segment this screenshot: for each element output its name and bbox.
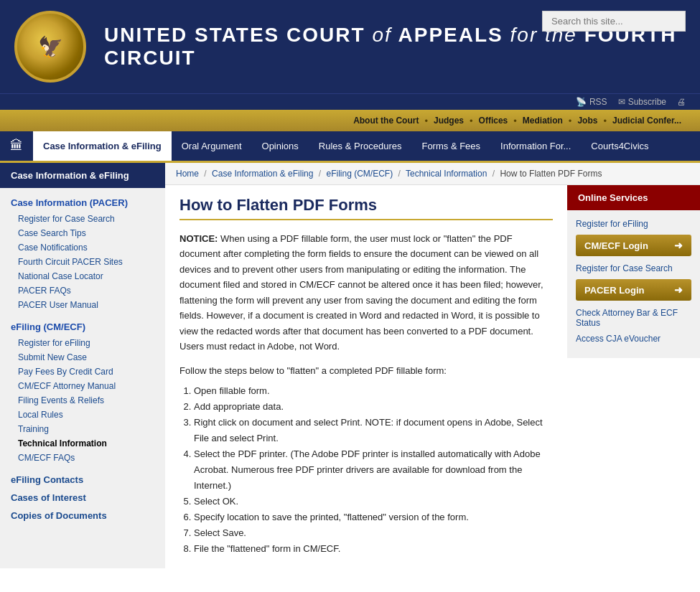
center-right: Home / Case Information & eFiling / eFil… — [165, 163, 700, 568]
sidebar-link-cases-interest[interactable]: Cases of Interest — [0, 489, 165, 507]
top-nav-offices[interactable]: Offices — [475, 113, 513, 128]
steps-list: Open fillable form. Add appropriate data… — [179, 383, 553, 558]
sidebar-link-pacer-sites[interactable]: Fourth Circuit PACER Sites — [0, 255, 165, 269]
step-8: File the "flattened" form in CM/ECF. — [194, 541, 553, 557]
step-3: Right click on document and select Print… — [194, 415, 553, 446]
page-title: How to Flatten PDF Forms — [179, 196, 553, 215]
sidebar-link-pay-fees[interactable]: Pay Fees By Credit Card — [0, 365, 165, 379]
pacer-login-label: PACER Login — [584, 285, 645, 296]
step-5: Select OK. — [194, 494, 553, 509]
nav-opinions[interactable]: Opinions — [252, 131, 309, 161]
notice-text: When using a PDF fillable form, the user… — [179, 233, 543, 352]
cmecf-login-btn[interactable]: CM/ECF Login ➜ — [576, 235, 691, 256]
nav-info-for[interactable]: Information For... — [490, 131, 581, 161]
step-1: Open fillable form. — [194, 383, 553, 399]
sidebar-link-attorney-manual[interactable]: CM/ECF Attorney Manual — [0, 379, 165, 393]
nav-case-info[interactable]: Case Information & eFiling — [33, 131, 172, 161]
sidebar-link-filing-events[interactable]: Filing Events & Reliefs — [0, 393, 165, 408]
sidebar-link-cmecf-faqs[interactable]: CM/ECF FAQs — [0, 451, 165, 465]
sidebar-title: Case Information & eFiling — [0, 163, 165, 188]
sidebar-section-pacer: Case Information (PACER) — [0, 194, 165, 212]
right-sidebar: Online Services Register for eFiling CM/… — [567, 185, 700, 568]
top-nav-about[interactable]: About the Court — [349, 113, 423, 128]
sidebar-link-submit-case[interactable]: Submit New Case — [0, 350, 165, 365]
link-check-attorney[interactable]: Check Attorney Bar & ECF Status — [576, 308, 691, 328]
sidebar-link-efiling-contacts[interactable]: eFiling Contacts — [0, 471, 165, 489]
follow-text: Follow the steps below to "flatten" a co… — [179, 365, 553, 376]
sidebar-link-pacer-manual[interactable]: PACER User Manual — [0, 298, 165, 312]
sidebar-link-copies[interactable]: Copies of Documents — [0, 507, 165, 525]
nav-courts4civics[interactable]: Courts4Civics — [581, 131, 658, 161]
subscribe-link[interactable]: ✉ Subscribe — [618, 97, 666, 107]
sidebar-section-efiling: eFiling (CM/ECF) — [0, 318, 165, 336]
search-input[interactable] — [542, 11, 686, 32]
title-divider — [179, 219, 553, 220]
notice-label: NOTICE: — [179, 233, 218, 244]
sidebar-link-case-tips[interactable]: Case Search Tips — [0, 226, 165, 240]
top-nav-mediation[interactable]: Mediation — [518, 113, 567, 128]
pacer-login-btn[interactable]: PACER Login ➜ — [576, 279, 691, 301]
sidebar-link-notifications[interactable]: Case Notifications — [0, 240, 165, 255]
print-icon: 🖨 — [677, 97, 686, 107]
pacer-arrow-icon: ➜ — [674, 284, 683, 296]
online-services-title: Online Services — [567, 185, 700, 210]
nav-rules[interactable]: Rules & Procedures — [309, 131, 412, 161]
rss-icon: 📡 — [576, 97, 587, 107]
online-services-body: Register for eFiling CM/ECF Login ➜ Regi… — [567, 210, 700, 358]
sidebar-link-local-rules[interactable]: Local Rules — [0, 408, 165, 422]
left-sidebar: Case Information & eFiling Case Informat… — [0, 163, 165, 568]
sidebar-link-training[interactable]: Training — [0, 422, 165, 436]
top-nav: About the Court • Judges • Offices • Med… — [0, 110, 700, 131]
breadcrumb-efiling[interactable]: eFiling (CM/ECF) — [326, 169, 393, 179]
header: 🦅 UNITED STATES COURT of APPEALS for the… — [0, 0, 700, 93]
seal: 🦅 — [14, 11, 86, 83]
seal-icon: 🦅 — [38, 35, 63, 59]
nav-forms[interactable]: Forms & Fees — [411, 131, 490, 161]
step-7: Select Save. — [194, 525, 553, 541]
sidebar-link-national-locator[interactable]: National Case Locator — [0, 269, 165, 283]
top-nav-judges[interactable]: Judges — [429, 113, 468, 128]
link-register-case-search[interactable]: Register for Case Search — [576, 263, 691, 273]
breadcrumb-home[interactable]: Home — [176, 169, 199, 179]
print-link[interactable]: 🖨 — [677, 97, 686, 107]
cmecf-login-label: CM/ECF Login — [584, 240, 648, 251]
rss-link[interactable]: 📡 RSS — [576, 97, 607, 107]
breadcrumb: Home / Case Information & eFiling / eFil… — [165, 163, 700, 185]
breadcrumb-tech-info[interactable]: Technical Information — [406, 169, 487, 179]
email-icon: ✉ — [618, 97, 625, 107]
page-body: Case Information & eFiling Case Informat… — [0, 163, 700, 568]
cmecf-arrow-icon: ➜ — [674, 240, 683, 251]
breadcrumb-current: How to Flatten PDF Forms — [500, 169, 602, 179]
breadcrumb-case-info[interactable]: Case Information & eFiling — [212, 169, 313, 179]
nav-oral-argument[interactable]: Oral Argument — [172, 131, 252, 161]
home-icon[interactable]: 🏛 — [0, 131, 33, 161]
sidebar-link-pacer-faqs[interactable]: PACER FAQs — [0, 283, 165, 298]
step-4: Select the PDF printer. (The Adobe PDF p… — [194, 446, 553, 494]
sidebar-link-tech-info[interactable]: Technical Information — [0, 436, 165, 451]
sidebar-link-register-case[interactable]: Register for Case Search — [0, 212, 165, 226]
step-2: Add appropriate data. — [194, 399, 553, 415]
main-content: How to Flatten PDF Forms NOTICE: When us… — [165, 185, 567, 568]
top-nav-judicial[interactable]: Judicial Confer... — [608, 113, 686, 128]
top-nav-jobs[interactable]: Jobs — [573, 113, 602, 128]
link-cja-evoucher[interactable]: Access CJA eVoucher — [576, 334, 691, 344]
main-nav: 🏛 Case Information & eFiling Oral Argume… — [0, 131, 700, 163]
notice-paragraph: NOTICE: When using a PDF fillable form, … — [179, 231, 553, 354]
search-area — [542, 11, 686, 32]
link-register-efiling[interactable]: Register for eFiling — [576, 219, 691, 229]
step-6: Specify location to save the printed, "f… — [194, 509, 553, 525]
utility-bar: 📡 RSS ✉ Subscribe 🖨 — [0, 93, 700, 110]
sidebar-link-register-efiling[interactable]: Register for eFiling — [0, 336, 165, 350]
